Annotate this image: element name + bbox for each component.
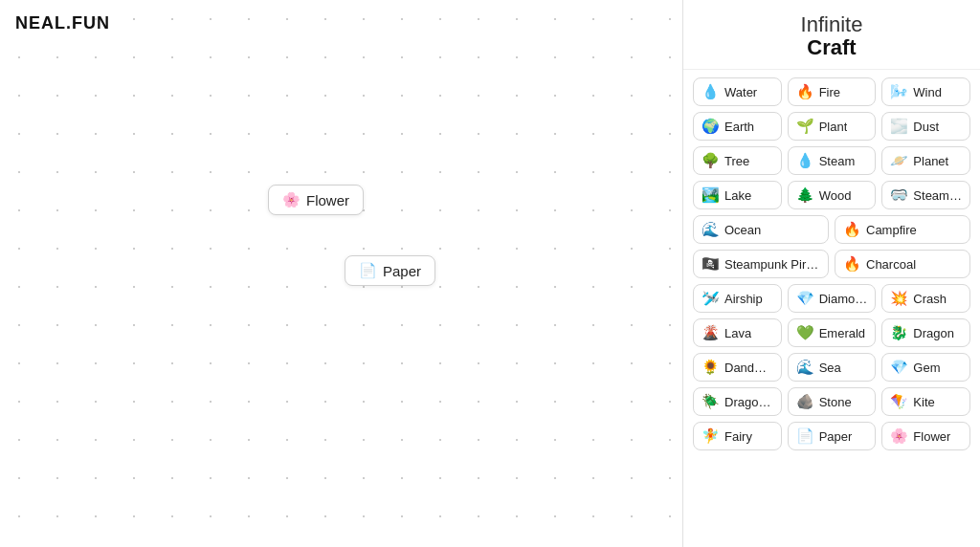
item-label-campfire: Campfire [866, 223, 917, 237]
title-craft: Craft [807, 35, 856, 59]
sidebar-item-gem[interactable]: 💎Gem [881, 353, 970, 382]
flower-card-label: Flower [306, 192, 349, 208]
item-emoji-steampunk: 🥽 [890, 186, 908, 204]
item-label-plant: Plant [819, 120, 848, 134]
item-label-wind: Wind [913, 85, 942, 99]
sidebar-row-1: 🌍Earth🌱Plant🌫️Dust [693, 112, 970, 141]
paper-card-emoji: 📄 [359, 262, 377, 279]
sidebar-item-steampunk[interactable]: 🥽Steampunk [881, 181, 970, 209]
item-label-dragonfly: Dragonfly [724, 395, 773, 409]
sidebar-item-sea[interactable]: 🌊Sea [788, 353, 877, 382]
sidebar-item-dragon[interactable]: 🐉Dragon [881, 318, 970, 347]
sidebar-item-stone[interactable]: 🪨Stone [788, 387, 877, 416]
item-emoji-dragonfly: 🪲 [702, 393, 720, 410]
sidebar-item-ocean[interactable]: 🌊Ocean [693, 215, 829, 244]
sidebar-item-wood[interactable]: 🌲Wood [788, 181, 877, 209]
sidebar-item-crash[interactable]: 💥Crash [881, 284, 970, 313]
sidebar-items-container[interactable]: 💧Water🔥Fire🌬️Wind🌍Earth🌱Plant🌫️Dust🌳Tree… [683, 70, 980, 547]
item-emoji-flower: 🌸 [890, 427, 908, 445]
sidebar-item-tree[interactable]: 🌳Tree [693, 146, 782, 175]
sidebar-item-fairy[interactable]: 🧚Fairy [693, 422, 782, 450]
item-emoji-water: 💧 [702, 83, 720, 100]
item-label-dust: Dust [913, 120, 939, 134]
item-label-paper: Paper [819, 429, 853, 444]
item-emoji-paper: 📄 [796, 427, 814, 445]
item-label-kite: Kite [913, 395, 934, 409]
item-emoji-planet: 🪐 [890, 152, 908, 169]
item-label-airship: Airship [724, 292, 763, 306]
sidebar-item-campfire[interactable]: 🔥Campfire [835, 215, 970, 244]
sidebar-row-9: 🪲Dragonfly🪨Stone🪁Kite [693, 387, 970, 416]
item-emoji-lava: 🌋 [702, 324, 720, 341]
sidebar-item-lake[interactable]: 🏞️Lake [693, 181, 782, 209]
paper-card-label: Paper [383, 263, 421, 279]
sidebar-item-steampunk-pirate[interactable]: 🏴‍☠️Steampunk Pirate [693, 250, 829, 278]
item-emoji-gem: 💎 [890, 359, 908, 376]
item-label-steampunk-pirate: Steampunk Pirate [724, 257, 820, 272]
item-emoji-dragon: 🐉 [890, 324, 908, 341]
sidebar-row-10: 🧚Fairy📄Paper🌸Flower [693, 422, 970, 450]
sidebar-row-0: 💧Water🔥Fire🌬️Wind [693, 77, 970, 106]
item-label-steampunk: Steampunk [913, 188, 962, 203]
item-label-dandelion: Dandelion [724, 361, 773, 375]
item-emoji-dust: 🌫️ [890, 118, 908, 135]
item-label-sea: Sea [819, 361, 841, 375]
item-label-flower: Flower [913, 429, 950, 444]
item-emoji-dandelion: 🌻 [702, 359, 720, 376]
sidebar-item-lava[interactable]: 🌋Lava [693, 318, 782, 347]
item-label-charcoal: Charcoal [866, 257, 916, 272]
flower-card[interactable]: 🌸Flower [268, 185, 364, 215]
sidebar-item-kite[interactable]: 🪁Kite [881, 387, 970, 416]
item-emoji-wood: 🌲 [796, 186, 814, 204]
item-emoji-fairy: 🧚 [702, 427, 720, 445]
sidebar-item-dust[interactable]: 🌫️Dust [881, 112, 970, 141]
item-emoji-diamond: 💎 [796, 290, 814, 307]
sidebar-row-5: 🏴‍☠️Steampunk Pirate🔥Charcoal [693, 250, 970, 278]
item-emoji-crash: 💥 [890, 290, 908, 307]
sidebar-item-diamond[interactable]: 💎Diamond [788, 284, 877, 313]
item-label-lake: Lake [724, 188, 751, 203]
sidebar-item-charcoal[interactable]: 🔥Charcoal [835, 250, 970, 278]
sidebar-item-paper[interactable]: 📄Paper [788, 422, 877, 450]
craft-canvas[interactable]: NEAL.FUN 🌸Flower📄Paper [0, 0, 682, 547]
sidebar-header: Infinite Craft [683, 0, 980, 70]
item-label-gem: Gem [913, 361, 940, 375]
sidebar-item-fire[interactable]: 🔥Fire [788, 77, 877, 106]
item-label-dragon: Dragon [913, 326, 954, 340]
sidebar-item-plant[interactable]: 🌱Plant [788, 112, 877, 141]
sidebar-item-water[interactable]: 💧Water [693, 77, 782, 106]
sidebar-item-dandelion[interactable]: 🌻Dandelion [693, 353, 782, 382]
sidebar-item-airship[interactable]: 🛩️Airship [693, 284, 782, 313]
sidebar-item-wind[interactable]: 🌬️Wind [881, 77, 970, 106]
item-emoji-airship: 🛩️ [702, 290, 720, 307]
item-emoji-earth: 🌍 [702, 118, 720, 135]
item-emoji-charcoal: 🔥 [843, 255, 861, 273]
item-label-wood: Wood [819, 188, 852, 203]
sidebar-row-4: 🌊Ocean🔥Campfire [693, 215, 970, 244]
sidebar-item-dragonfly[interactable]: 🪲Dragonfly [693, 387, 782, 416]
item-emoji-fire: 🔥 [796, 83, 814, 100]
item-label-steam: Steam [819, 154, 856, 168]
item-emoji-steam: 💧 [796, 152, 814, 169]
flower-card-emoji: 🌸 [282, 191, 301, 208]
sidebar-item-planet[interactable]: 🪐Planet [881, 146, 970, 175]
sidebar-item-earth[interactable]: 🌍Earth [693, 112, 782, 141]
item-emoji-campfire: 🔥 [843, 221, 861, 238]
sidebar-item-emerald[interactable]: 💚Emerald [788, 318, 877, 347]
sidebar-item-steam[interactable]: 💧Steam [788, 146, 877, 175]
sidebar-row-7: 🌋Lava💚Emerald🐉Dragon [693, 318, 970, 347]
item-emoji-steampunk-pirate: 🏴‍☠️ [702, 255, 720, 273]
item-label-lava: Lava [724, 326, 751, 340]
item-emoji-plant: 🌱 [796, 118, 814, 135]
item-label-ocean: Ocean [724, 223, 761, 237]
site-logo: NEAL.FUN [15, 13, 110, 33]
sidebar-row-6: 🛩️Airship💎Diamond💥Crash [693, 284, 970, 313]
sidebar-row-3: 🏞️Lake🌲Wood🥽Steampunk [693, 181, 970, 209]
item-emoji-ocean: 🌊 [702, 221, 720, 238]
item-emoji-kite: 🪁 [890, 393, 908, 410]
sidebar-item-flower[interactable]: 🌸Flower [881, 422, 970, 450]
item-label-tree: Tree [724, 154, 749, 168]
item-label-emerald: Emerald [819, 326, 865, 340]
paper-card[interactable]: 📄Paper [345, 255, 435, 286]
sidebar-row-8: 🌻Dandelion🌊Sea💎Gem [693, 353, 970, 382]
